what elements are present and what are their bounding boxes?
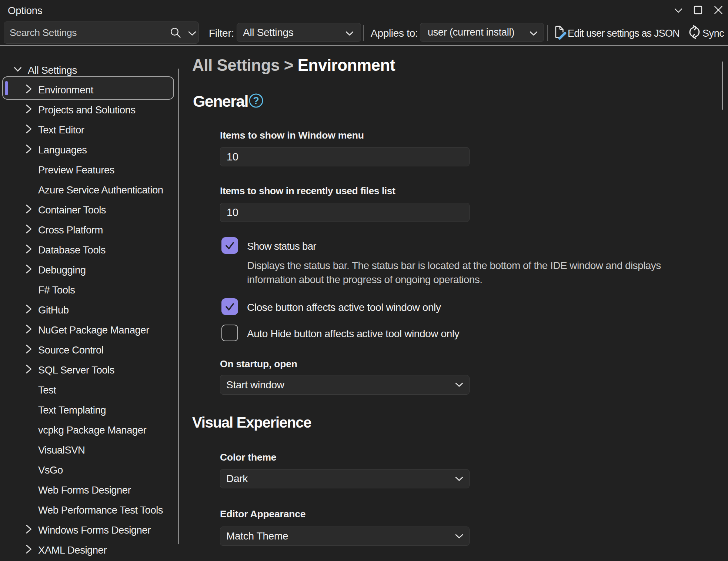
svg-text:?: ? bbox=[253, 95, 259, 106]
